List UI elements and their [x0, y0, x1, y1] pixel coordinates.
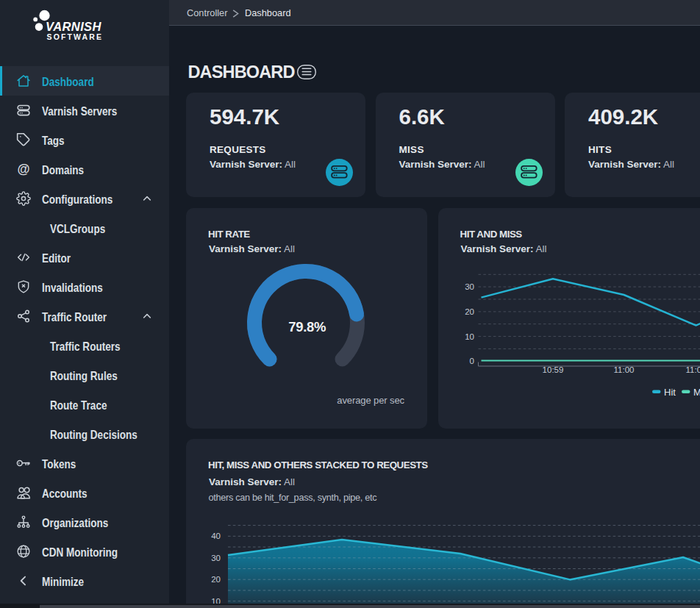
svg-text:20: 20 [465, 307, 474, 316]
svg-text:VARNISH: VARNISH [46, 20, 102, 33]
svg-text:79.8%: 79.8% [288, 319, 326, 335]
svg-text:11:00: 11:00 [613, 365, 634, 374]
svg-text:Miss: Miss [693, 387, 700, 398]
svg-text:11:01: 11:01 [685, 365, 700, 374]
svg-text:10:59: 10:59 [542, 365, 563, 374]
svg-text:30: 30 [211, 554, 221, 562]
svg-text:20: 20 [211, 575, 221, 584]
svg-text:SOFTWARE: SOFTWARE [47, 32, 104, 41]
svg-text:average per sec: average per sec [337, 395, 404, 406]
svg-text:Hit: Hit [664, 387, 676, 398]
svg-text:0: 0 [469, 357, 474, 365]
svg-text:30: 30 [465, 282, 474, 291]
svg-text:10: 10 [465, 332, 474, 341]
svg-text:@: @ [17, 162, 29, 176]
svg-text:40: 40 [211, 532, 221, 540]
